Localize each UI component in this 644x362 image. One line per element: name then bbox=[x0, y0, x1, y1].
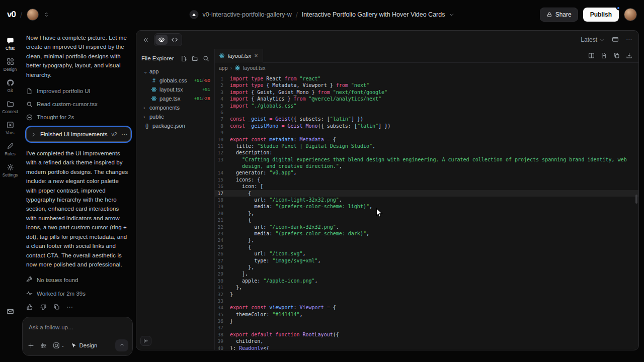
more-options-icon[interactable]: ⋯ bbox=[66, 303, 73, 311]
preview-toggle-button[interactable] bbox=[155, 35, 168, 45]
code-text: }, bbox=[230, 237, 254, 243]
version-dropdown[interactable]: Latest bbox=[581, 36, 605, 43]
line-number: 25 bbox=[215, 244, 230, 250]
breadcrumb-file[interactable]: layout.tsx bbox=[243, 65, 265, 71]
breadcrumb-folder[interactable]: app bbox=[219, 65, 228, 71]
code-text: { bbox=[230, 190, 251, 197]
attach-plus-icon[interactable] bbox=[28, 342, 34, 349]
tree-item-components[interactable]: ›components bbox=[136, 103, 214, 112]
tree-item-globals-css[interactable]: #globals.css+51/-50 bbox=[136, 76, 214, 85]
code-text: children, bbox=[230, 338, 263, 344]
rail-item-settings[interactable]: Settings bbox=[0, 160, 20, 181]
rail-item-chat[interactable]: Chat bbox=[0, 33, 20, 54]
diff-stats: +51/-50 bbox=[194, 78, 210, 83]
project-avatar[interactable] bbox=[190, 10, 199, 19]
mail-icon[interactable] bbox=[7, 308, 14, 315]
tree-item-layout-tsx[interactable]: layout.tsx+51 bbox=[136, 85, 214, 94]
tool-row[interactable]: Read custom-cursor.tsx bbox=[26, 98, 131, 111]
collapse-panel-icon[interactable] bbox=[142, 37, 149, 43]
chevron-down-icon[interactable] bbox=[449, 12, 454, 18]
line-number: 19 bbox=[215, 203, 230, 210]
tree-item-page-tsx[interactable]: page.tsx+81/-28 bbox=[136, 94, 214, 103]
diff-added: +51 bbox=[202, 87, 210, 92]
new-folder-icon[interactable] bbox=[192, 55, 198, 62]
download-icon[interactable] bbox=[626, 52, 632, 59]
settings-icon bbox=[7, 163, 14, 171]
react-icon bbox=[234, 65, 240, 71]
line-number: 21 bbox=[215, 217, 230, 223]
diff-removed: -28 bbox=[203, 96, 210, 101]
rail-item-label: Chat bbox=[6, 46, 15, 51]
rail-item-label: Git bbox=[8, 88, 13, 93]
code-line: 33 bbox=[215, 298, 638, 304]
code-line: 16 icon: [ bbox=[215, 183, 638, 190]
share-button[interactable]: Share bbox=[540, 8, 578, 22]
line-number: 20 bbox=[215, 210, 230, 217]
breadcrumb-chat-title[interactable]: Interactive Portfolio Gallery with Hover… bbox=[302, 11, 445, 18]
tool-row[interactable]: Improved portfolio UI bbox=[26, 84, 131, 98]
rail-item-vars[interactable]: Vars bbox=[0, 118, 20, 139]
notification-dot bbox=[616, 6, 620, 10]
code-line: 21 { bbox=[215, 217, 638, 223]
code-line: 28 }, bbox=[215, 264, 638, 270]
tree-item-label: globals.css bbox=[159, 77, 187, 83]
line-number: 26 bbox=[215, 250, 230, 257]
export-file-icon[interactable] bbox=[601, 52, 607, 59]
new-file-icon[interactable] bbox=[181, 55, 187, 62]
more-options-icon[interactable]: ⋯ bbox=[121, 131, 128, 138]
version-card[interactable]: Finished UI improvements v2 ⋯ bbox=[26, 127, 131, 142]
project-switcher-icon[interactable] bbox=[43, 12, 49, 18]
code-toggle-button[interactable] bbox=[169, 35, 181, 45]
close-tab-icon[interactable]: × bbox=[254, 52, 258, 59]
search-icon[interactable] bbox=[203, 55, 209, 62]
code-line: 25 { bbox=[215, 244, 638, 250]
search-icon bbox=[26, 101, 33, 108]
model-selector[interactable]: ⌄ bbox=[53, 342, 65, 349]
react-icon bbox=[219, 53, 225, 59]
chat-panel: Now I have a complete picture. Let me cr… bbox=[20, 29, 135, 362]
code-line: 2import type { Metadata, Viewport } from… bbox=[215, 82, 638, 88]
tree-item-public[interactable]: ›public bbox=[136, 112, 214, 121]
file-explorer: File Explorer ⌄app#globals.css+51/-50lay… bbox=[136, 49, 215, 350]
thumbs-down-icon[interactable] bbox=[40, 304, 47, 311]
copy-icon[interactable] bbox=[613, 52, 620, 59]
tree-item-app[interactable]: ⌄app bbox=[136, 67, 214, 76]
line-number: 9 bbox=[215, 129, 230, 136]
design-mode-button[interactable]: Design bbox=[71, 342, 98, 348]
code-line: 17 { bbox=[215, 190, 638, 197]
send-button[interactable] bbox=[115, 339, 128, 351]
split-panel-icon[interactable] bbox=[588, 52, 595, 59]
breadcrumb: v0-interactive-portfolio-gallery-w / Int… bbox=[190, 10, 455, 19]
scrollbar-thumb[interactable] bbox=[635, 195, 637, 204]
account-avatar[interactable] bbox=[624, 8, 637, 21]
code-text: url: "/icon-dark-32x32.png", bbox=[230, 224, 339, 230]
tab-layout-tsx[interactable]: layout.tsx × bbox=[215, 49, 263, 63]
code-editor[interactable]: 1import type React from "react"2import t… bbox=[215, 73, 638, 350]
tree-item-label: layout.tsx bbox=[159, 86, 183, 93]
copy-icon[interactable] bbox=[53, 304, 60, 310]
breadcrumb-project[interactable]: v0-interactive-portfolio-gallery-w bbox=[203, 11, 292, 18]
tool-row-label: Thought for 2s bbox=[37, 114, 74, 120]
user-avatar[interactable] bbox=[27, 9, 39, 21]
vercel-triangle-icon bbox=[192, 13, 196, 17]
rail-item-rules[interactable]: Rules bbox=[0, 139, 20, 160]
version-card-title: Finished UI improvements bbox=[40, 131, 108, 137]
rail-item-design[interactable]: Design bbox=[0, 54, 20, 75]
code-line: 37 bbox=[215, 324, 638, 331]
device-preview-icon[interactable] bbox=[612, 36, 619, 43]
tool-row[interactable]: Thought for 2s bbox=[26, 111, 131, 124]
rail-item-connect[interactable]: Connect bbox=[0, 97, 20, 118]
code-line: 35 themeColor: "#141414", bbox=[215, 311, 638, 318]
code-text: description: bbox=[230, 149, 272, 156]
rail-item-git[interactable]: Git bbox=[0, 75, 20, 97]
follow-up-input[interactable] bbox=[29, 324, 127, 330]
tree-item-package-json[interactable]: {}package.json bbox=[136, 121, 214, 130]
thumbs-up-icon[interactable] bbox=[26, 304, 33, 311]
collapse-sidebar-button[interactable] bbox=[140, 336, 151, 346]
settings-sliders-icon[interactable] bbox=[40, 342, 47, 349]
publish-button[interactable]: Publish bbox=[583, 8, 619, 22]
code-text: icons: { bbox=[230, 176, 260, 183]
code-text: design, and creative direction.", bbox=[230, 163, 342, 169]
code-text: "Crafting digital experiences that blend… bbox=[230, 156, 627, 163]
more-options-icon[interactable]: ⋯ bbox=[626, 36, 632, 43]
